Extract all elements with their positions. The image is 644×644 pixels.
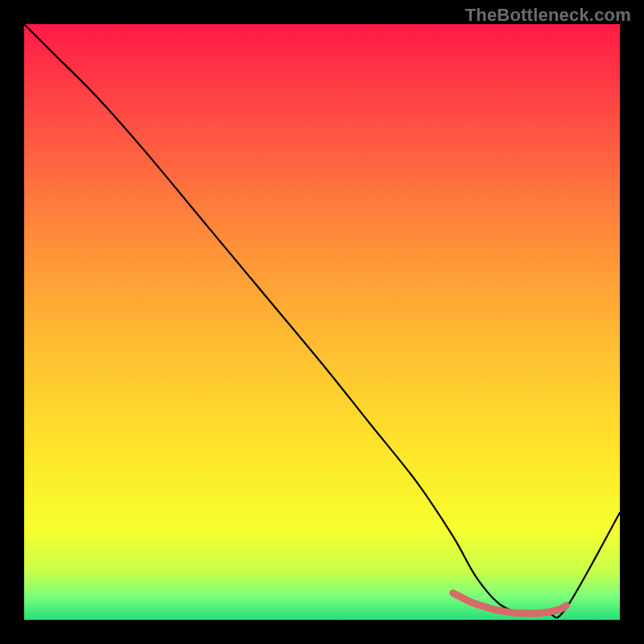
- chart-frame: { "watermark": "TheBottleneck.com", "cha…: [0, 0, 644, 644]
- bottleneck-chart: [0, 0, 644, 644]
- plot-background: [24, 24, 620, 620]
